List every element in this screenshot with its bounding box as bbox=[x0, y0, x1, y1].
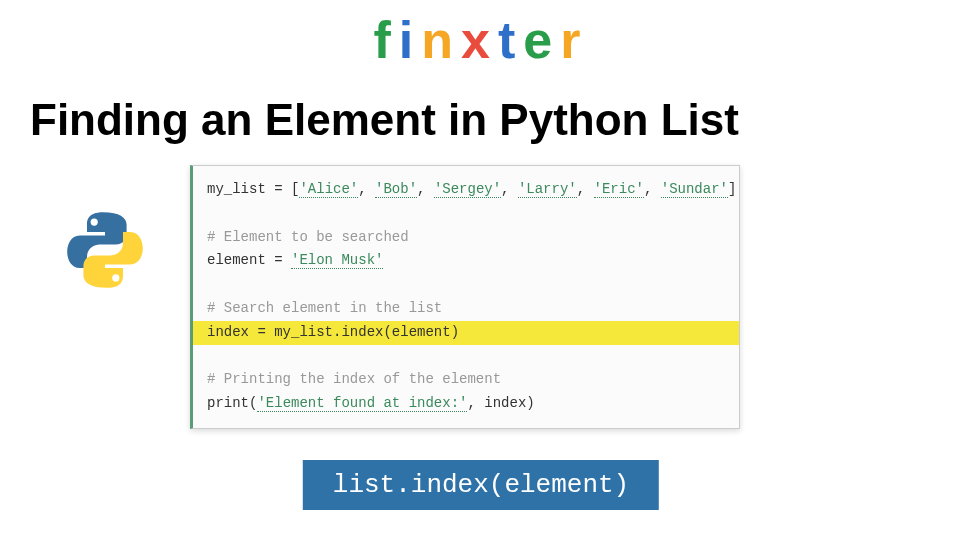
svg-point-1 bbox=[112, 274, 119, 281]
code-line-1: my_list = ['Alice', 'Bob', 'Sergey', 'La… bbox=[193, 178, 739, 202]
code-comment-1: # Element to be searched bbox=[193, 226, 739, 250]
brand-logo: finxter bbox=[0, 0, 962, 70]
code-blank bbox=[193, 273, 739, 297]
code-block: my_list = ['Alice', 'Bob', 'Sergey', 'La… bbox=[190, 165, 740, 429]
code-blank bbox=[193, 345, 739, 369]
code-line-4: print('Element found at index:', index) bbox=[193, 392, 739, 416]
method-banner: list.index(element) bbox=[303, 460, 659, 510]
logo-letter: x bbox=[461, 10, 498, 70]
logo-letter: i bbox=[399, 10, 421, 70]
svg-point-0 bbox=[91, 219, 98, 226]
code-comment-2: # Search element in the list bbox=[193, 297, 739, 321]
code-line-2: element = 'Elon Musk' bbox=[193, 249, 739, 273]
logo-letter: r bbox=[560, 10, 588, 70]
python-icon bbox=[60, 205, 150, 295]
code-blank bbox=[193, 202, 739, 226]
logo-letter: e bbox=[523, 10, 560, 70]
code-line-highlighted: index = my_list.index(element) bbox=[193, 321, 739, 345]
logo-letter: n bbox=[421, 10, 461, 70]
logo-letter: t bbox=[498, 10, 523, 70]
code-comment-3: # Printing the index of the element bbox=[193, 368, 739, 392]
page-title: Finding an Element in Python List bbox=[0, 70, 962, 165]
content-row: my_list = ['Alice', 'Bob', 'Sergey', 'La… bbox=[0, 165, 962, 429]
logo-letter: f bbox=[374, 10, 399, 70]
